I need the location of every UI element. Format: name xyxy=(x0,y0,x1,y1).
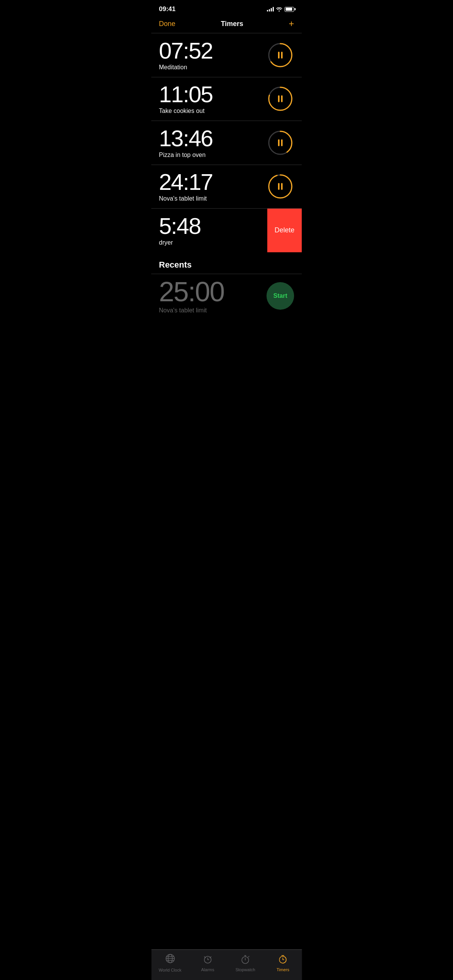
recent-item: 25:00 Nova's tablet limit Start xyxy=(151,274,302,320)
timer-info: 11:05 Take cookies out xyxy=(159,83,267,114)
add-timer-button[interactable]: + xyxy=(289,19,294,28)
done-button[interactable]: Done xyxy=(159,20,175,28)
pause-button[interactable] xyxy=(267,129,294,157)
signal-icon xyxy=(267,7,274,11)
recent-info: 25:00 Nova's tablet limit xyxy=(159,278,267,314)
timer-info: 13:46 Pizza in top oven xyxy=(159,127,267,158)
timer-time: 11:05 xyxy=(159,83,267,106)
timer-time: 24:17 xyxy=(159,171,267,194)
status-icons xyxy=(267,7,294,12)
delete-button[interactable]: Delete xyxy=(267,209,302,252)
timer-item: 07:52 Meditation xyxy=(151,33,302,77)
timer-info: 5:48 dryer xyxy=(159,215,263,246)
timer-item: 24:17 Nova's tablet limit xyxy=(151,165,302,208)
start-button[interactable]: Start xyxy=(267,282,294,310)
pause-icon xyxy=(278,52,283,59)
timer-item-swiped: 5:48 dryer Delete xyxy=(151,209,302,252)
timer-label: Take cookies out xyxy=(159,108,267,114)
pause-button[interactable] xyxy=(267,41,294,69)
pause-button[interactable] xyxy=(267,173,294,200)
wifi-icon xyxy=(276,7,282,11)
pause-icon xyxy=(278,183,283,190)
pause-icon xyxy=(278,139,283,146)
page-title: Timers xyxy=(221,20,244,28)
recents-title: Recents xyxy=(159,260,294,270)
recent-label: Nova's tablet limit xyxy=(159,307,267,314)
pause-icon xyxy=(278,95,283,102)
timer-time: 13:46 xyxy=(159,127,267,150)
recent-time: 25:00 xyxy=(159,278,267,305)
pause-button[interactable] xyxy=(267,85,294,113)
timer-item: 13:46 Pizza in top oven xyxy=(151,121,302,165)
status-time: 09:41 xyxy=(159,5,175,13)
start-button-label: Start xyxy=(273,292,287,299)
recents-section: Recents xyxy=(151,252,302,274)
timer-item: 11:05 Take cookies out xyxy=(151,77,302,121)
status-bar: 09:41 xyxy=(151,0,302,16)
timer-time: 5:48 xyxy=(159,215,263,238)
battery-icon xyxy=(285,7,294,12)
timer-label: Pizza in top oven xyxy=(159,152,267,158)
header: Done Timers + xyxy=(151,16,302,33)
timer-time: 07:52 xyxy=(159,39,267,62)
timer-info: 24:17 Nova's tablet limit xyxy=(159,171,267,202)
timer-label: Nova's tablet limit xyxy=(159,195,267,202)
timer-info: 07:52 Meditation xyxy=(159,39,267,71)
timer-list: 07:52 Meditation 11:05 Take cookies out xyxy=(151,33,302,253)
timer-label: dryer xyxy=(159,239,263,246)
timer-label: Meditation xyxy=(159,64,267,71)
